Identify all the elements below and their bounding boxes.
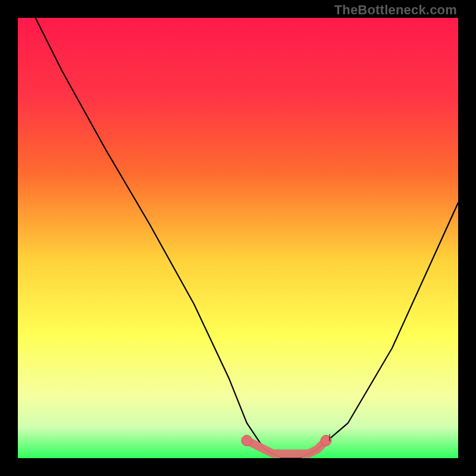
chart-container: TheBottleneck.com — [0, 0, 476, 476]
highlighted-range-endpoint — [242, 435, 252, 446]
plot-svg — [18, 18, 458, 458]
watermark-text: TheBottleneck.com — [334, 2, 457, 18]
plot-area — [18, 18, 458, 458]
gradient-background — [18, 18, 458, 458]
